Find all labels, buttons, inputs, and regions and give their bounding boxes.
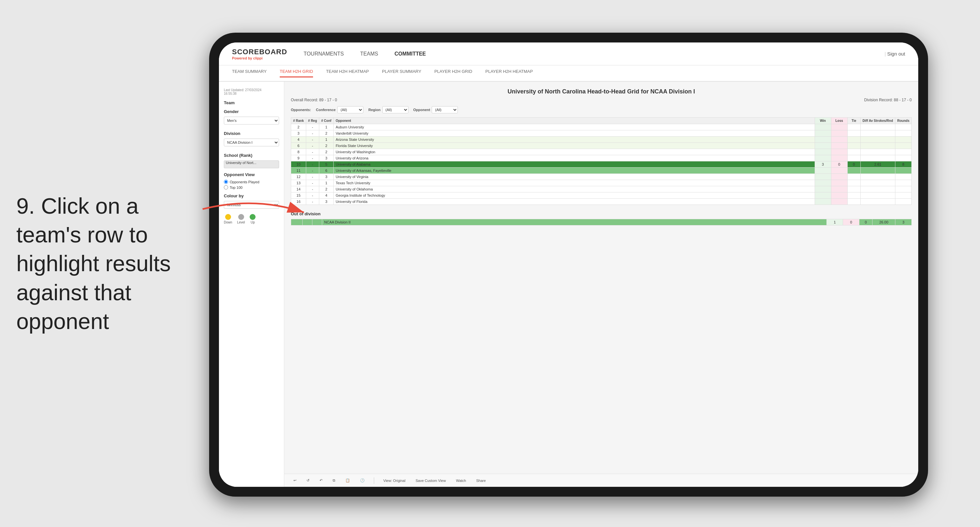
instruction-step: 9. (16, 193, 35, 218)
table-row[interactable]: 12-3University of Virginia (291, 174, 912, 180)
tablet-frame: SCOREBOARD Powered by clippi TOURNAMENTS… (209, 33, 928, 497)
nav-committee[interactable]: COMMITTEE (395, 49, 426, 59)
share-button[interactable]: Share (474, 478, 488, 484)
out-div-conf (312, 219, 322, 225)
out-of-division-title: Out of division (291, 212, 912, 216)
conference-filter: Conference (All) (316, 106, 364, 113)
table-row[interactable]: 11-6University of Arkansas, Fayetteville (291, 167, 912, 174)
sidebar-opponent-view-label: Opponent View (224, 172, 279, 177)
out-div-diff: 26.00 (872, 219, 896, 225)
grid-title: University of North Carolina Head-to-Hea… (291, 88, 912, 95)
table-row[interactable]: 14-2University of Oklahoma (291, 186, 912, 193)
out-div-loss: 0 (843, 219, 859, 225)
table-row[interactable]: 3-2Vanderbilt University (291, 131, 912, 137)
toolbar-separator (374, 477, 374, 484)
radio-opponents-played[interactable]: Opponents Played (224, 180, 279, 184)
arrow-icon (196, 189, 310, 229)
redo-button[interactable]: ↺ (304, 477, 312, 484)
out-div-label: NCAA Division II (322, 219, 827, 225)
tab-player-summary[interactable]: PLAYER SUMMARY (382, 69, 421, 77)
opponent-filter: Opponent (All) (414, 106, 458, 113)
tab-player-h2h-grid[interactable]: PLAYER H2H GRID (434, 69, 472, 77)
table-row[interactable]: 15-4Georgia Institute of Technology (291, 193, 912, 199)
table-row[interactable]: 10-5University of Alabama3002.618 (291, 161, 912, 167)
gender-select[interactable]: Men's (224, 117, 279, 124)
opponent-select[interactable]: (All) (432, 106, 458, 113)
col-header-win: Win (815, 118, 831, 124)
watch-button[interactable]: Watch (453, 478, 469, 484)
opponent-label: Opponent (414, 108, 430, 112)
tab-player-h2h-heatmap[interactable]: PLAYER H2H HEATMAP (485, 69, 533, 77)
sign-out-button[interactable]: Sign out (885, 51, 905, 57)
tab-team-summary[interactable]: TEAM SUMMARY (232, 69, 267, 77)
table-header-row: # Rank # Reg # Conf Opponent Win Loss Ti… (291, 118, 912, 124)
sidebar-gender-label: Gender (224, 109, 279, 114)
table-row[interactable]: 16-3University of Florida (291, 199, 912, 205)
conference-label: Conference (316, 108, 336, 112)
nav-tournaments[interactable]: TOURNAMENTS (304, 49, 344, 59)
table-row[interactable]: 13-1Texas Tech University (291, 180, 912, 186)
out-of-division-section: Out of division NCAA Division II 1 (291, 212, 912, 225)
sidebar-division-label: Division (224, 131, 279, 136)
table-body: 2-1Auburn University3-2Vanderbilt Univer… (291, 124, 912, 205)
nav-teams[interactable]: TEAMS (360, 49, 378, 59)
copy-button[interactable]: ⧉ (330, 477, 338, 484)
table-row[interactable]: 9-3University of Arizona (291, 155, 912, 161)
conference-select[interactable]: (All) (337, 106, 363, 113)
content-area: University of North Carolina Head-to-Hea… (284, 82, 918, 487)
col-header-rounds: Rounds (895, 118, 912, 124)
filter-row: Opponents: Conference (All) Region (291, 106, 912, 113)
region-filter: Region (All) (368, 106, 408, 113)
sidebar: Last Updated: 27/03/2024 16:55:38 Team G… (219, 82, 284, 487)
table-row[interactable]: 6-2Florida State University (291, 143, 912, 149)
back-button[interactable]: ↶ (317, 477, 325, 484)
main-content: Last Updated: 27/03/2024 16:55:38 Team G… (219, 82, 918, 487)
clock-button[interactable]: 🕐 (358, 477, 367, 484)
col-header-loss: Loss (831, 118, 847, 124)
region-select[interactable]: (All) (382, 106, 409, 113)
col-header-rank: # Rank (291, 118, 306, 124)
h2h-table: # Rank # Reg # Conf Opponent Win Loss Ti… (291, 117, 912, 205)
instruction-block: 9. Click on a team's row to highlight re… (16, 191, 206, 336)
logo-area: SCOREBOARD Powered by clippi (232, 48, 287, 60)
logo-scoreboard: SCOREBOARD (232, 48, 287, 56)
table-row[interactable]: 4-1Arizona State University (291, 137, 912, 143)
table-row[interactable]: 2-1Auburn University (291, 124, 912, 131)
paste-button[interactable]: 📋 (343, 477, 353, 484)
grid-content: University of North Carolina Head-to-Hea… (284, 82, 918, 474)
col-header-opponent: Opponent (334, 118, 815, 124)
tab-team-h2h-heatmap[interactable]: TEAM H2H HEATMAP (326, 69, 369, 77)
scene: 9. Click on a team's row to highlight re… (0, 0, 980, 527)
view-original-button[interactable]: View: Original (381, 478, 408, 484)
logo-powered: Powered by clippi (232, 56, 287, 60)
col-header-reg: # Reg (306, 118, 319, 124)
sidebar-school-label: School (Rank) (224, 153, 279, 158)
nav-menu: TOURNAMENTS TEAMS COMMITTEE (304, 49, 885, 59)
sidebar-team-label: Team (224, 100, 279, 105)
sub-nav: TEAM SUMMARY TEAM H2H GRID TEAM H2H HEAT… (219, 65, 918, 82)
instruction-text: Click on a team's row to highlight resul… (16, 193, 170, 334)
table-row[interactable]: 8-2University of Washington (291, 149, 912, 155)
col-header-tie: Tie (847, 118, 861, 124)
radio-top100[interactable]: Top 100 (224, 185, 279, 189)
save-custom-button[interactable]: Save Custom View (413, 478, 449, 484)
school-input[interactable]: University of Nort... (224, 161, 279, 168)
col-header-conf: # Conf (319, 118, 334, 124)
col-header-diff: Diff Av Strokes/Rnd (861, 118, 895, 124)
sidebar-timestamp: Last Updated: 27/03/2024 16:55:38 (224, 88, 279, 96)
opponents-filter-label: Opponents: (291, 108, 311, 112)
out-of-division-table: NCAA Division II 1 0 0 26.00 3 (291, 219, 912, 225)
app-header: SCOREBOARD Powered by clippi TOURNAMENTS… (219, 43, 918, 65)
overall-record: Overall Record: 89 - 17 - 0 (291, 98, 337, 102)
grid-records: Overall Record: 89 - 17 - 0 Division Rec… (291, 98, 912, 102)
region-label: Region (368, 108, 380, 112)
undo-button[interactable]: ↩ (291, 477, 299, 484)
division-select[interactable]: NCAA Division I (224, 139, 279, 146)
division-record: Division Record: 88 - 17 - 0 (864, 98, 912, 102)
opponent-view-radio-group: Opponents Played Top 100 (224, 180, 279, 189)
tab-team-h2h-grid[interactable]: TEAM H2H GRID (280, 69, 313, 77)
tablet-screen: SCOREBOARD Powered by clippi TOURNAMENTS… (219, 43, 918, 487)
out-of-division-row[interactable]: NCAA Division II 1 0 0 26.00 3 (291, 219, 912, 225)
toolbar: ↩ ↺ ↶ ⧉ 📋 🕐 View: Original Save Custom V… (284, 474, 918, 487)
out-div-win: 1 (827, 219, 843, 225)
